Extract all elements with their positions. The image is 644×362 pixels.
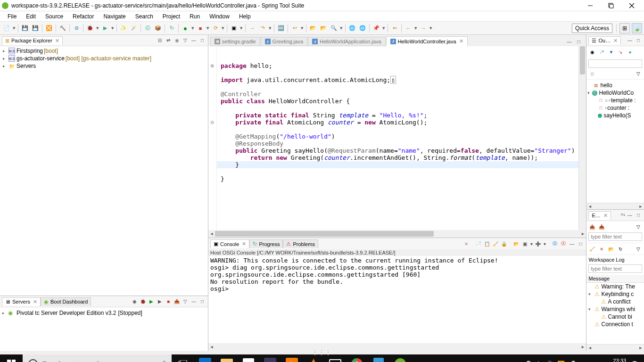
editor-content[interactable]: package hello; import java.util.concurre… xyxy=(217,46,578,230)
menu-search[interactable]: Search xyxy=(131,12,158,21)
view-menu-icon[interactable]: ▽ xyxy=(635,245,642,253)
view-menu-icon[interactable]: ▽ xyxy=(182,298,189,305)
relaunch-icon[interactable]: ↻ xyxy=(167,24,176,33)
minimize-editor-icon[interactable]: — xyxy=(565,38,573,45)
close-button[interactable] xyxy=(625,1,638,10)
pin-console-icon[interactable]: 📄 xyxy=(475,240,482,247)
restore-log-icon[interactable]: ↻ xyxy=(617,245,624,253)
minimize-view-icon[interactable]: — xyxy=(190,37,198,44)
view-menu-icon[interactable]: ▽ xyxy=(635,70,642,77)
taskbar-app[interactable] xyxy=(259,354,281,362)
focus-icon[interactable]: ◉ xyxy=(131,298,138,305)
project-item[interactable]: ▸ M,S gs-actuator-service [boot] [gs-act… xyxy=(2,55,206,62)
ansi-icon[interactable]: Ⓐ xyxy=(560,240,567,247)
expander-icon[interactable]: ▸ xyxy=(3,64,8,68)
maximize-view-icon[interactable]: □ xyxy=(198,37,206,44)
menu-file[interactable]: File xyxy=(3,12,21,21)
new-class-icon[interactable]: Ⓒ xyxy=(143,24,152,33)
browser-icon[interactable]: 🌐 xyxy=(347,24,357,33)
battery-icon[interactable]: 🔋 xyxy=(570,361,577,362)
editor-body[interactable]: ⊕ ⊖ package hello; import java.util.conc… xyxy=(208,46,586,230)
editor-tab-active[interactable]: J HelloWorldController.java ✕ xyxy=(386,36,468,46)
menu-source[interactable]: Source xyxy=(41,12,68,21)
outline-item[interactable]: □ S F template : xyxy=(587,97,643,104)
hide-static-icon[interactable]: ↘ xyxy=(617,48,624,56)
hide-nonpublic-icon[interactable]: ● xyxy=(626,48,634,56)
editor-tab[interactable]: J Greeting.java xyxy=(261,37,307,46)
dropdown-icon[interactable]: ▾ xyxy=(111,24,115,33)
outline-tree[interactable]: ▦ hello ▾ C HelloWorldCo □ S F template … xyxy=(586,80,644,203)
volume-icon[interactable]: 🔊 xyxy=(545,361,553,362)
maximize-view-icon[interactable]: □ xyxy=(635,212,642,219)
log-entry[interactable]: ⚠Warning: The xyxy=(586,283,644,290)
save-all-icon[interactable]: 💾 xyxy=(31,24,40,33)
collapse-all-icon[interactable]: ⊟ xyxy=(156,37,164,44)
maximize-editor-icon[interactable]: □ xyxy=(575,38,582,45)
dropdown-icon[interactable]: ▾ xyxy=(300,24,304,33)
stop-icon[interactable]: ■ xyxy=(196,24,205,33)
taskbar-app-chrome[interactable] xyxy=(346,354,368,362)
forward-icon[interactable]: → xyxy=(419,24,428,33)
step-icon[interactable]: → xyxy=(248,24,257,33)
new-package-icon[interactable]: 📦 xyxy=(153,24,163,33)
taskbar-app-explorer[interactable] xyxy=(216,354,238,362)
debug-icon[interactable]: 🐞 xyxy=(85,24,95,33)
ansi-icon[interactable]: Ⓐ xyxy=(551,240,559,247)
editor-ruler[interactable]: ⊕ ⊖ xyxy=(208,46,217,230)
outline-item[interactable]: ▦ hello xyxy=(587,82,643,89)
taskbar-app-vlc[interactable] xyxy=(303,354,324,362)
servers-body[interactable]: ▸ ◉ Pivotal tc Server Developer Edition … xyxy=(0,307,208,351)
import-icon[interactable]: 📥 xyxy=(598,223,605,230)
maximize-view-icon[interactable]: □ xyxy=(577,240,584,247)
dropdown-icon[interactable]: ▾ xyxy=(239,24,243,33)
minimize-button[interactable] xyxy=(584,1,597,10)
display-console-icon[interactable]: 📋 xyxy=(483,240,491,247)
dropdown-icon[interactable]: ▾ xyxy=(339,24,343,33)
scrollbar-thumb[interactable] xyxy=(215,231,434,237)
minimize-view-icon[interactable]: — xyxy=(190,298,198,305)
sash-handle[interactable]: ⋮⋮⋮ xyxy=(0,351,644,354)
view-menu-icon[interactable]: ▽ xyxy=(635,223,642,230)
system-clock[interactable]: 23:33 20-03-2018 xyxy=(600,358,626,362)
outline-item[interactable]: sayHello(S xyxy=(587,112,643,119)
scroll-left-icon[interactable]: ◄ xyxy=(586,204,593,209)
expander-icon[interactable]: ▸ xyxy=(2,311,8,315)
dropdown-icon[interactable]: ▾ xyxy=(543,240,546,247)
relaunch-icon[interactable]: ⟳ xyxy=(211,24,220,33)
open-log-icon[interactable]: 📂 xyxy=(607,245,615,253)
maximize-view-icon[interactable]: □ xyxy=(198,298,206,305)
problems-tab[interactable]: ⚠ Problems xyxy=(283,239,318,248)
dropdown-icon[interactable]: ▾ xyxy=(12,24,16,33)
log-entry[interactable]: ▾⚠Warnings whi xyxy=(586,305,644,313)
switch-icon[interactable]: 🔀 xyxy=(44,24,54,33)
link-editor-icon[interactable]: ⇄ xyxy=(165,37,172,44)
skip-breakpoints-icon[interactable]: ⊘ xyxy=(72,24,81,33)
taskbar-app-store[interactable]: 🛍 xyxy=(238,354,259,362)
close-icon[interactable]: ✕ xyxy=(613,38,618,44)
expander-icon[interactable]: ▸ xyxy=(3,49,8,53)
scroll-left-icon[interactable]: ◄ xyxy=(208,231,215,236)
browser-icon[interactable]: 🌐 xyxy=(358,24,367,33)
errlog-scrollbar[interactable]: ◄ ► xyxy=(586,344,644,351)
servers-tab[interactable]: 🖥 Servers ✕ xyxy=(2,297,41,306)
start-button[interactable] xyxy=(0,354,23,362)
run-button[interactable]: ▶ xyxy=(100,24,110,33)
scroll-left-icon[interactable]: ◄ xyxy=(208,345,215,349)
close-icon[interactable]: ✕ xyxy=(603,213,608,219)
help-icon[interactable]: ❔ xyxy=(525,361,532,362)
search-icon[interactable]: 🔍 xyxy=(329,24,339,33)
errlog-list[interactable]: ⚠Warning: The ▾⚠Keybinding c ⚠A conflict… xyxy=(586,283,644,344)
debug-server-icon[interactable]: 🐞 xyxy=(139,298,147,305)
console-select-icon[interactable]: ▣ xyxy=(521,240,528,247)
project-item[interactable]: ▸ 📁 Servers xyxy=(2,62,206,70)
dropdown-icon[interactable]: ▾ xyxy=(206,24,210,33)
outline-item[interactable]: ▾ C HelloWorldCo xyxy=(587,89,643,97)
message-column[interactable]: Message xyxy=(586,275,644,283)
dropdown-icon[interactable]: ▾ xyxy=(221,24,225,33)
maximize-button[interactable] xyxy=(604,1,618,10)
close-console-icon[interactable]: ✕ xyxy=(462,240,470,247)
server-item[interactable]: ▸ ◉ Pivotal tc Server Developer Edition … xyxy=(2,309,206,317)
dropdown-icon[interactable]: ▾ xyxy=(191,24,195,33)
scroll-lock-icon[interactable]: 🔒 xyxy=(500,240,508,247)
log-entry[interactable]: ⚠Cannot bi xyxy=(586,313,644,321)
